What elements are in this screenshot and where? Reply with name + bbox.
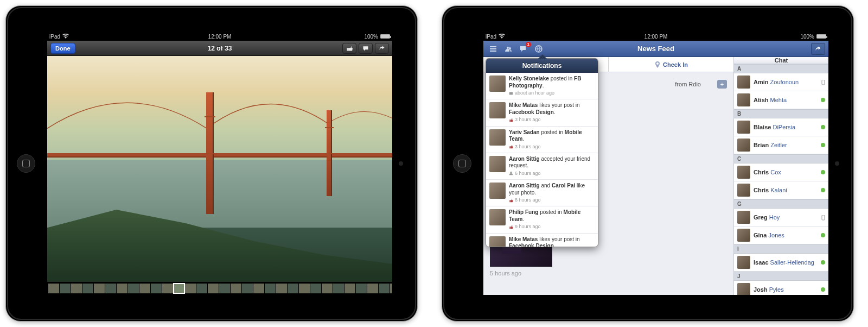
- screen: iPad 12:00 PM 100% 1: [483, 32, 828, 295]
- avatar: [737, 283, 750, 295]
- notification-time: 6 hours ago: [509, 171, 595, 177]
- avatar: [737, 184, 750, 197]
- chat-header: Chat: [734, 57, 828, 64]
- photo-counter: 12 of 33: [47, 45, 392, 52]
- filmstrip-current[interactable]: [174, 284, 184, 293]
- notification-item[interactable]: Mike Matas likes your post in Facebook D…: [486, 99, 598, 126]
- avatar: [489, 102, 506, 118]
- avatar: [737, 76, 750, 89]
- composer-checkin[interactable]: Check In: [609, 57, 733, 72]
- facebook-app: 1 News Feed: [483, 41, 828, 295]
- avatar: [489, 156, 506, 172]
- chat-list[interactable]: AAmin ZoufonounAtish MehtaBBlaise DiPers…: [734, 64, 828, 295]
- mobile-icon: [821, 215, 825, 219]
- chat-contact[interactable]: Greg Hoy: [734, 209, 828, 227]
- online-indicator: [821, 233, 825, 237]
- online-indicator: [821, 287, 825, 292]
- avatar: [489, 129, 506, 146]
- messages-badge: 1: [526, 42, 531, 47]
- share-button[interactable]: [375, 43, 389, 54]
- chat-contact[interactable]: Chris Kalani: [734, 181, 828, 199]
- clock: 12:00 PM: [483, 34, 828, 40]
- screen: iPad 12:00 PM 100% Done 12 of 33: [47, 32, 392, 295]
- avatar: [737, 166, 750, 179]
- ipad-photo-viewer: iPad 12:00 PM 100% Done 12 of 33: [5, 5, 418, 322]
- chat-contact[interactable]: Chris Cox: [734, 163, 828, 181]
- people-icon: [504, 45, 513, 53]
- notification-item[interactable]: Aaron Sittig and Carol Pai like your pho…: [486, 180, 598, 206]
- notification-item[interactable]: Philip Fung posted in Mobile Team.9 hour…: [486, 206, 598, 233]
- add-button[interactable]: +: [717, 80, 727, 89]
- pin-icon: [654, 61, 661, 68]
- share-icon: [815, 46, 821, 52]
- notification-time: about an hour ago: [509, 90, 595, 96]
- contact-name: Isaac Salier-Hellendag: [754, 259, 818, 266]
- photo-toolbar: Done 12 of 33: [47, 41, 392, 56]
- thumbs-up-icon: [346, 45, 353, 52]
- avatar: [737, 121, 750, 134]
- avatar: [737, 229, 750, 242]
- chat-contact[interactable]: Atish Mehta: [734, 91, 828, 109]
- chat-contact[interactable]: Amin Zoufonoun: [734, 73, 828, 91]
- notifications-list[interactable]: Kelly Stonelake posted in FB Photography…: [486, 73, 598, 247]
- chat-contact[interactable]: Gina Jones: [734, 227, 828, 244]
- notification-item[interactable]: Mike Matas likes your post in Facebook D…: [486, 234, 598, 247]
- online-indicator: [821, 188, 825, 192]
- notifications-title: Notifications: [486, 59, 598, 73]
- online-indicator: [821, 170, 825, 174]
- notification-item[interactable]: Aaron Sittig accepted your friend reques…: [486, 153, 598, 180]
- chat-contact[interactable]: Josh Pyles: [734, 281, 828, 295]
- online-indicator: [821, 125, 825, 129]
- friend-requests-button[interactable]: [502, 43, 515, 55]
- contact-name: Greg Hoy: [754, 214, 818, 221]
- filmstrip[interactable]: [47, 282, 392, 295]
- notification-time: 3 hours ago: [509, 144, 595, 150]
- chat-section-header: B: [734, 109, 828, 118]
- messages-button[interactable]: 1: [517, 43, 530, 55]
- avatar: [489, 76, 506, 92]
- comment-button[interactable]: [359, 43, 373, 54]
- chat-section-header: J: [734, 272, 828, 281]
- like-button[interactable]: [342, 43, 356, 54]
- status-bar: iPad 12:00 PM 100%: [483, 32, 828, 41]
- home-button[interactable]: [453, 154, 471, 173]
- fb-navbar: 1 News Feed: [483, 41, 828, 57]
- notification-item[interactable]: Kelly Stonelake posted in FB Photography…: [486, 73, 598, 99]
- avatar: [489, 209, 506, 225]
- notification-item[interactable]: Yariv Sadan posted in Mobile Team.3 hour…: [486, 127, 598, 153]
- home-button[interactable]: [17, 154, 35, 173]
- battery-icon: [380, 34, 390, 39]
- ipad-facebook: iPad 12:00 PM 100% 1: [442, 5, 854, 322]
- avatar: [489, 183, 506, 199]
- front-camera: [399, 161, 403, 166]
- status-bar: iPad 12:00 PM 100%: [47, 32, 392, 41]
- avatar: [737, 256, 750, 269]
- hamburger-icon: [489, 45, 497, 53]
- chat-section-header: I: [734, 244, 828, 254]
- photo-image[interactable]: [47, 56, 392, 282]
- online-indicator: [821, 98, 825, 102]
- contact-name: Amin Zoufonoun: [754, 79, 818, 85]
- chat-sidebar: Chat AAmin ZoufonounAtish MehtaBBlaise D…: [733, 57, 828, 295]
- chat-contact[interactable]: Blaise DiPersia: [734, 118, 828, 136]
- avatar: [737, 211, 750, 224]
- done-button[interactable]: Done: [50, 43, 75, 54]
- share-icon: [379, 45, 385, 52]
- menu-button[interactable]: [487, 43, 500, 55]
- chat-section-header: A: [734, 64, 828, 73]
- chat-contact[interactable]: Brian Zeitler: [734, 136, 828, 154]
- compose-button[interactable]: [811, 43, 825, 55]
- avatar: [737, 139, 750, 152]
- clock: 12:00 PM: [47, 34, 392, 40]
- notification-time: 8 hours ago: [509, 197, 595, 203]
- avatar: [737, 93, 750, 106]
- contact-name: Gina Jones: [754, 232, 818, 238]
- svg-point-4: [510, 172, 512, 173]
- contact-name: Blaise DiPersia: [754, 124, 818, 130]
- contact-name: Brian Zeitler: [754, 142, 818, 148]
- svg-rect-2: [822, 215, 825, 220]
- globe-icon: [534, 45, 543, 53]
- chat-contact[interactable]: Isaac Salier-Hellendag: [734, 254, 828, 272]
- contact-name: Chris Kalani: [754, 187, 818, 193]
- notifications-button[interactable]: [532, 43, 545, 55]
